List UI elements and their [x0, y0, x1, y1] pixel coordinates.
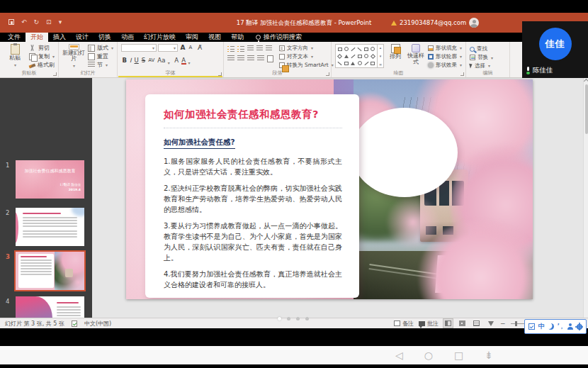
- undo-button[interactable]: ↶: [21, 18, 27, 26]
- convert-smartart-button[interactable]: 转换为 SmartArt: [279, 61, 334, 69]
- thumbnail-item-2[interactable]: 2: [0, 208, 92, 249]
- shrink-font-button[interactable]: A: [188, 44, 193, 52]
- tell-me-search[interactable]: 操作说明搜索: [256, 33, 302, 42]
- canvas-scrollbar[interactable]: [583, 78, 588, 318]
- ime-fullwidth-moon-icon[interactable]: [548, 323, 554, 330]
- tab-view[interactable]: 视图: [203, 33, 226, 42]
- quick-styles-button[interactable]: 快速样式: [407, 44, 425, 69]
- customize-qat-button[interactable]: ▾: [59, 18, 62, 26]
- character-spacing-button[interactable]: AV: [147, 57, 156, 65]
- dialog-launcher-icon[interactable]: [218, 72, 222, 76]
- copy-button[interactable]: 复制: [29, 52, 55, 60]
- columns-icon[interactable]: [267, 55, 273, 62]
- slideshow-view-button[interactable]: [486, 319, 495, 328]
- dialog-launcher-icon[interactable]: [460, 72, 464, 76]
- tab-home[interactable]: 开始: [26, 33, 48, 42]
- decrease-indent-icon[interactable]: [247, 45, 254, 52]
- paste-button[interactable]: 粘贴: [4, 44, 26, 69]
- tab-file[interactable]: 文件: [3, 33, 26, 42]
- thumbnail-slide-4[interactable]: [16, 296, 84, 318]
- shapes-gallery[interactable]: [335, 44, 378, 68]
- justify-icon[interactable]: [257, 55, 264, 62]
- clear-formatting-button[interactable]: A̸: [197, 44, 203, 52]
- dialog-launcher-icon[interactable]: [326, 72, 329, 76]
- ime-user-icon[interactable]: [567, 323, 573, 330]
- line-spacing-icon[interactable]: [266, 45, 272, 52]
- format-painter-button[interactable]: 格式刷: [29, 61, 55, 69]
- ime-settings-icon[interactable]: [577, 324, 582, 330]
- spellcheck-icon[interactable]: [72, 320, 77, 327]
- arrange-button[interactable]: 排列: [387, 44, 404, 69]
- account-area[interactable]: 2319034874@qq.com: [391, 18, 479, 28]
- font-size-select[interactable]: [158, 44, 178, 52]
- tab-slideshow[interactable]: 幻灯片放映: [139, 33, 181, 42]
- thumbnail-item-3[interactable]: 3: [0, 252, 92, 294]
- reading-view-button[interactable]: [472, 319, 481, 328]
- slide-sorter-view-button[interactable]: [458, 319, 467, 328]
- align-center-icon[interactable]: [237, 55, 244, 62]
- change-case-button[interactable]: Aa: [157, 57, 166, 65]
- tab-insert[interactable]: 插入: [48, 33, 71, 42]
- ime-logo-icon[interactable]: [528, 323, 535, 330]
- find-button[interactable]: 查找: [470, 45, 493, 53]
- shape-effects-button[interactable]: 形状效果: [428, 61, 462, 69]
- thumbnail-slide-2[interactable]: [16, 208, 84, 246]
- shape-outline-button[interactable]: 形状轮廓: [428, 52, 462, 60]
- select-button[interactable]: 选择: [470, 62, 493, 69]
- save-button[interactable]: [9, 18, 14, 26]
- font-color-button[interactable]: A: [181, 57, 187, 65]
- comments-button[interactable]: 批注: [419, 320, 439, 328]
- current-slide[interactable]: 如何加强社会责任感和感恩教育? 如何加强社会责任感? 1.服务国家服务人民的社会…: [126, 79, 533, 299]
- layout-button[interactable]: 版式: [88, 44, 113, 52]
- new-slide-button[interactable]: 新建幻灯片: [62, 44, 85, 69]
- slide-text-box[interactable]: 如何加强社会责任感和感恩教育? 如何加强社会责任感? 1.服务国家服务人民的社会…: [145, 94, 359, 298]
- text-direction-button[interactable]: 文字方向: [279, 44, 334, 52]
- align-right-icon[interactable]: [247, 55, 254, 62]
- ime-chinese-mode-button[interactable]: 中: [538, 322, 545, 331]
- align-left-icon[interactable]: [227, 55, 234, 62]
- align-text-button[interactable]: 对齐文本: [279, 52, 334, 60]
- shape-fill-button[interactable]: 形状填充: [428, 44, 462, 52]
- dialog-launcher-icon[interactable]: [53, 72, 57, 76]
- shapes-gallery-scroll[interactable]: ▴▾≡: [378, 44, 384, 68]
- zoom-out-button[interactable]: −: [500, 320, 506, 327]
- tab-design[interactable]: 设计: [71, 33, 94, 42]
- section-button[interactable]: 节: [88, 61, 113, 69]
- nav-recents-button[interactable]: □: [454, 350, 463, 360]
- bullets-icon[interactable]: [227, 45, 234, 52]
- tab-animations[interactable]: 动画: [116, 33, 139, 42]
- increase-indent-icon[interactable]: [256, 45, 263, 52]
- cut-button[interactable]: 剪切: [29, 44, 55, 52]
- underline-button[interactable]: U: [133, 57, 140, 65]
- thumbnail-item-4[interactable]: 4: [0, 296, 92, 318]
- bold-button[interactable]: B: [121, 57, 128, 65]
- redo-button[interactable]: ↻: [34, 18, 40, 26]
- normal-view-button[interactable]: [443, 319, 453, 328]
- reset-button[interactable]: 重置: [88, 52, 113, 60]
- thumbnail-slide-1[interactable]: 加强社会责任感和感恩教育 17翻译 陈佳佳 2019.4: [16, 160, 84, 199]
- start-slideshow-button[interactable]: ⊡: [46, 18, 52, 26]
- nav-back-button[interactable]: ◁: [395, 350, 403, 360]
- ime-toolbar[interactable]: 中 ’，: [524, 319, 587, 334]
- slide-canvas[interactable]: 如何加强社会责任感和感恩教育? 如何加强社会责任感? 1.服务国家服务人民的社会…: [92, 78, 588, 318]
- strikethrough-button[interactable]: S: [140, 57, 146, 65]
- grow-font-button[interactable]: A: [179, 44, 186, 52]
- nav-home-button[interactable]: ○: [424, 350, 433, 360]
- tab-help[interactable]: 帮助: [226, 33, 249, 42]
- tab-transitions[interactable]: 切换: [94, 33, 116, 42]
- notes-button[interactable]: 备注: [394, 320, 414, 328]
- nav-hide-button[interactable]: ⇟: [485, 350, 493, 360]
- numbering-icon[interactable]: [237, 45, 244, 52]
- thumbnail-item-1[interactable]: 1 加强社会责任感和感恩教育 17翻译 陈佳佳 2019.4: [0, 160, 92, 201]
- language-text[interactable]: 中文(中国): [84, 320, 111, 328]
- replace-button[interactable]: 替换: [470, 54, 493, 62]
- slide-thumbnail-panel[interactable]: 1 加强社会责任感和感恩教育 17翻译 陈佳佳 2019.4 2: [0, 78, 92, 318]
- font-name-select[interactable]: [121, 44, 157, 52]
- zoom-slider[interactable]: [511, 323, 525, 324]
- italic-button[interactable]: I: [129, 57, 133, 65]
- highlight-color-button[interactable]: A: [174, 57, 180, 65]
- ime-punctuation-button[interactable]: ’，: [558, 323, 564, 330]
- tab-review[interactable]: 审阅: [181, 33, 203, 42]
- thumbnail-slide-3[interactable]: [16, 252, 84, 290]
- video-call-overlay[interactable]: 佳佳 陈佳佳: [522, 21, 588, 78]
